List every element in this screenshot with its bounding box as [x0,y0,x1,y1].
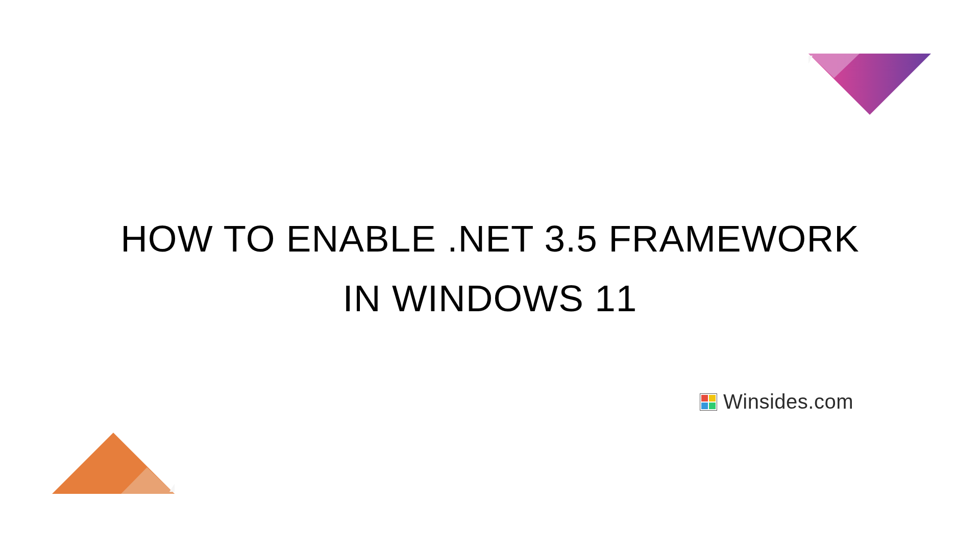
top-decoration-triangle [808,54,931,117]
title-line-2: IN WINDOWS 11 [343,278,638,319]
bottom-decoration-triangle [52,433,175,496]
title-line-1: HOW TO ENABLE .NET 3.5 FRAMEWORK [120,218,860,259]
logo-square-green [709,403,716,409]
logo-square-yellow [709,395,716,402]
logo-square-red [701,395,708,402]
brand-container: Winsides.com [700,390,853,413]
logo-square-blue [701,403,708,409]
slide-title: HOW TO ENABLE .NET 3.5 FRAMEWORK IN WIND… [49,209,931,329]
brand-logo-icon [700,393,717,411]
brand-text: Winsides.com [723,390,853,413]
slide-title-container: HOW TO ENABLE .NET 3.5 FRAMEWORK IN WIND… [49,209,931,329]
